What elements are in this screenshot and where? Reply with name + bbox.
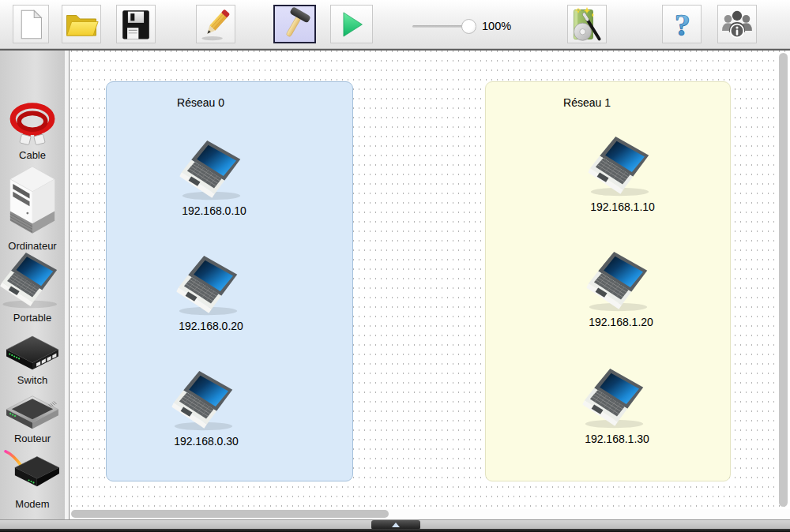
- node-ip-label: 192.168.1.20: [589, 316, 653, 328]
- palette-label: Cable: [19, 149, 46, 161]
- router-icon: [2, 390, 62, 430]
- vertical-scrollbar-thumb[interactable]: [779, 53, 788, 507]
- palette-item-portable[interactable]: Portable: [0, 253, 65, 324]
- palette-item-cable[interactable]: Cable: [0, 101, 65, 161]
- palette-label: Portable: [13, 312, 51, 324]
- folder-icon: [64, 7, 99, 42]
- laptop-node[interactable]: 192.168.0.30: [159, 371, 254, 448]
- palette-label: Routeur: [14, 433, 51, 444]
- build-mode-button[interactable]: [273, 5, 316, 43]
- laptop-node[interactable]: 192.168.1.10: [575, 137, 670, 213]
- laptop-node[interactable]: 192.168.1.20: [574, 252, 668, 328]
- pencil-icon: [198, 7, 233, 42]
- red-cable-icon: [4, 101, 61, 147]
- laptop-node[interactable]: 192.168.1.30: [570, 369, 664, 445]
- horizontal-scrollbar-track[interactable]: [70, 509, 790, 519]
- node-ip-label: 192.168.1.30: [585, 433, 649, 445]
- laptop-node[interactable]: 192.168.0.10: [167, 140, 261, 217]
- main-area: Cable Ordinateur Portable Switch Routeur…: [0, 49, 790, 519]
- network-title: Réseau 1: [540, 96, 634, 109]
- hammer-icon: [277, 7, 312, 42]
- palette-item-ordinateur[interactable]: Ordinateur: [0, 161, 65, 252]
- laptop-icon: [586, 252, 656, 313]
- play-icon: [335, 8, 368, 41]
- laptop-icon: [582, 369, 652, 429]
- open-file-button[interactable]: [62, 5, 101, 43]
- about-button[interactable]: [717, 5, 757, 43]
- bottom-panel-bar: [0, 519, 790, 529]
- laptop-node[interactable]: 192.168.0.20: [164, 256, 258, 332]
- node-ip-label: 192.168.0.30: [174, 435, 239, 448]
- horizontal-scrollbar-thumb[interactable]: [71, 510, 389, 518]
- network-title: Réseau 0: [153, 96, 248, 109]
- palette-label: Switch: [17, 374, 47, 386]
- palette-label: Ordinateur: [8, 240, 56, 252]
- wizard-button[interactable]: [567, 5, 607, 43]
- app-window: 100% Cable Ordinateur Portable: [0, 0, 790, 532]
- laptop-icon: [171, 371, 241, 432]
- zoom-value-label: 100%: [482, 20, 511, 32]
- desktop-tower-icon: [3, 161, 62, 238]
- people-info-icon: [720, 7, 754, 42]
- palette-item-modem[interactable]: Modem: [0, 447, 65, 510]
- laptop-icon: [179, 140, 249, 201]
- node-ip-label: 192.168.0.20: [179, 320, 243, 332]
- node-ip-label: 192.168.0.10: [182, 204, 246, 217]
- up-arrow-icon: [392, 523, 400, 527]
- help-button[interactable]: [662, 5, 702, 43]
- laptop-icon: [176, 256, 246, 317]
- toolbar: 100%: [0, 0, 790, 49]
- magic-wand-box-icon: [569, 6, 605, 43]
- edit-mode-button[interactable]: [196, 5, 235, 43]
- blank-page-icon: [14, 8, 47, 41]
- palette-item-routeur[interactable]: Routeur: [0, 390, 65, 444]
- save-file-button[interactable]: [116, 5, 156, 43]
- zoom-slider-knob[interactable]: [461, 19, 476, 34]
- bottom-strip: [0, 529, 790, 532]
- component-palette: Cable Ordinateur Portable Switch Routeur…: [0, 51, 65, 519]
- palette-item-switch[interactable]: Switch: [0, 332, 65, 386]
- modem-icon: [1, 447, 64, 496]
- question-mark-icon: [664, 7, 699, 42]
- laptop-icon: [0, 253, 65, 309]
- switch-icon: [2, 332, 62, 372]
- run-simulation-button[interactable]: [330, 5, 373, 43]
- new-document-button[interactable]: [13, 5, 49, 43]
- floppy-disk-icon: [119, 8, 152, 41]
- node-ip-label: 192.168.1.10: [590, 200, 655, 213]
- palette-label: Modem: [15, 498, 49, 510]
- design-canvas[interactable]: Réseau 0 Réseau 1 192.168.0.10 192.168.0…: [70, 51, 790, 509]
- laptop-icon: [588, 137, 657, 197]
